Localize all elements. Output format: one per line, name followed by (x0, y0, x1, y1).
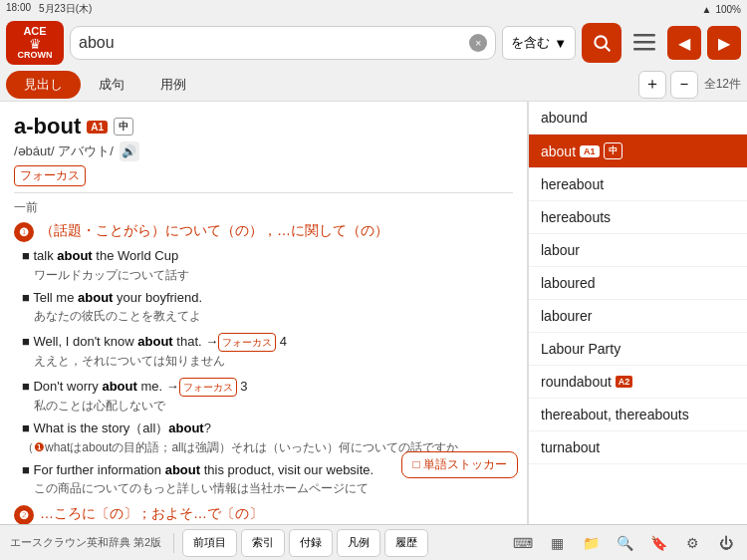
sidebar-item-about[interactable]: about A1 中 (529, 135, 747, 168)
sidebar-item-laboured[interactable]: laboured (529, 267, 747, 300)
history-button[interactable]: 履歴 (384, 529, 428, 557)
app-label: エースクラウン英和辞典 第2版 (6, 535, 165, 550)
sidebar: abound about A1 中 hereabout hereabouts l… (528, 102, 747, 524)
status-wifi: ▲ (702, 4, 712, 15)
sidebar-item-hereabout[interactable]: hereabout (529, 168, 747, 201)
folder-icon[interactable]: 📁 (576, 529, 606, 557)
appendix-button[interactable]: 付録 (289, 529, 333, 557)
sidebar-item-roundabout[interactable]: roundabout A2 (529, 366, 747, 399)
stocker-icon: □ (412, 457, 423, 471)
search-icon[interactable]: 🔍 (610, 529, 639, 557)
tabs-bar: 見出し 成句 用例 ＋ － 全12件 (0, 68, 747, 102)
app-logo[interactable]: ACE ♛ CROWN (6, 21, 64, 65)
nav-forward-button[interactable]: ▶ (707, 26, 741, 60)
bottom-bar: エースクラウン英和辞典 第2版 前項目 索引 付録 凡例 履歴 ⌨ ▦ 📁 🔍 … (0, 524, 747, 560)
def-text-1: （話題・ことがら）について（の），…に関して（の） (40, 222, 388, 240)
focus-link-3[interactable]: フォーカス (179, 378, 237, 397)
word-title: a-bout A1 中 (14, 114, 513, 140)
svg-rect-4 (633, 48, 655, 51)
example-5: ■ What is the story（all）about? （❶whatはab… (22, 419, 513, 456)
definition-1: ❶ （話題・ことがら）について（の），…に関して（の） (14, 222, 513, 242)
main-area: a-bout A1 中 /əbáut/ アバウト/ 🔊 フォーカス 一前 ❶ （… (0, 102, 747, 524)
search-type-selector[interactable]: を含む ▼ (502, 26, 576, 60)
nav-back-button[interactable]: ◀ (667, 26, 701, 60)
status-date: 5月23日(木) (39, 2, 92, 16)
chevron-down-icon: ▼ (554, 36, 567, 51)
sidebar-item-abound[interactable]: abound (529, 102, 747, 135)
badge-a1: A1 (87, 121, 108, 134)
sidebar-item-labourer[interactable]: labourer (529, 300, 747, 333)
guide-button[interactable]: 凡例 (337, 529, 380, 557)
example-en-2: ■ Tell me about your boyfriend. (22, 288, 513, 308)
svg-rect-2 (633, 34, 655, 37)
index-button[interactable]: 索引 (241, 529, 285, 557)
about-badge-box: 中 (604, 142, 622, 159)
status-bar: 18:00 5月23日(木) ▲ 100% (0, 0, 747, 18)
search-type-label: を含む (511, 34, 550, 52)
minus-button[interactable]: － (670, 71, 698, 99)
logo-crown: CROWN (18, 51, 53, 61)
svg-point-0 (595, 36, 607, 48)
prev-item-button[interactable]: 前項目 (182, 529, 237, 557)
def-text-2: …ころに〔の〕；およそ…で〔の〕 (40, 505, 263, 523)
top-bar: ACE ♛ CROWN × を含む ▼ ◀ ▶ (0, 18, 747, 68)
keyboard-icon[interactable]: ⌨ (508, 529, 538, 557)
def-number-1: ❶ (14, 222, 34, 242)
speaker-icon[interactable]: 🔊 (120, 141, 139, 161)
example-1: ■ talk about the World Cup ワールドカップについて話す (22, 246, 513, 284)
tab-yourei[interactable]: 用例 (142, 71, 204, 99)
svg-line-1 (606, 47, 611, 52)
search-button[interactable] (582, 23, 622, 63)
about-badge-a1: A1 (580, 145, 600, 157)
power-icon[interactable]: ⏻ (711, 529, 741, 557)
sidebar-item-labour-party[interactable]: Labour Party (529, 333, 747, 366)
focus-link-2[interactable]: フォーカス (218, 333, 276, 352)
status-time: 18:00 (6, 2, 31, 16)
example-4: ■ Don't worry about me. →フォーカス 3 私のことは心配… (22, 374, 513, 415)
sidebar-item-turnabout[interactable]: turnabout (529, 431, 747, 464)
example-ja-2: あなたの彼氏のことを教えてよ (22, 307, 513, 325)
phonetic: /əbáut/ アバウト/ (14, 142, 114, 160)
pronunciation: /əbáut/ アバウト/ 🔊 (14, 141, 513, 161)
example-en-3: ■ Well, I don't know about that. →フォーカス … (22, 329, 513, 352)
svg-rect-3 (633, 41, 655, 44)
clear-icon: × (475, 37, 481, 49)
sidebar-item-thereabout[interactable]: thereabout, thereabouts (529, 399, 747, 431)
example-2: ■ Tell me about your boyfriend. あなたの彼氏のこ… (22, 288, 513, 326)
example-ja-1: ワールドカップについて話す (22, 266, 513, 284)
tab-midashi[interactable]: 見出し (6, 71, 81, 99)
result-count: 全12件 (704, 76, 741, 93)
badge-chuu: 中 (114, 118, 133, 136)
grid-icon[interactable]: ▦ (542, 529, 572, 557)
tab-seiku[interactable]: 成句 (81, 71, 142, 99)
bookmark-icon[interactable]: 🔖 (643, 529, 673, 557)
example-ja-4: 私のことは心配しないで (22, 397, 513, 415)
separator-label: 一前 (14, 199, 513, 216)
status-battery: 100% (715, 4, 741, 15)
example-en-5: ■ What is the story（all）about? (22, 419, 513, 438)
sidebar-item-labour[interactable]: labour (529, 234, 747, 267)
focus-link[interactable]: フォーカス (14, 165, 86, 186)
word-text: a-bout (14, 114, 81, 140)
sidebar-item-hereabouts[interactable]: hereabouts (529, 201, 747, 234)
menu-button[interactable] (627, 26, 661, 60)
stocker-button[interactable]: □ 単語ストッカー (401, 451, 518, 478)
search-clear-button[interactable]: × (469, 34, 487, 52)
search-container: × (70, 26, 496, 60)
crown-icon: ♛ (29, 37, 42, 51)
example-en-1: ■ talk about the World Cup (22, 246, 513, 266)
def-number-2: ❷ (14, 505, 34, 524)
add-button[interactable]: ＋ (638, 71, 666, 99)
example-en-4: ■ Don't worry about me. →フォーカス 3 (22, 374, 513, 397)
search-input[interactable] (79, 34, 465, 52)
example-3: ■ Well, I don't know about that. →フォーカス … (22, 329, 513, 370)
settings-icon[interactable]: ⚙ (677, 529, 707, 557)
definition-2: ❷ …ころに〔の〕；およそ…で〔の〕 (14, 505, 513, 524)
roundabout-badge: A2 (616, 376, 633, 388)
example-ja-6: この商品についてのもっと詳しい情報は当社ホームページにて (22, 479, 513, 497)
example-ja-3: ええと，それについては知りません (22, 352, 513, 370)
